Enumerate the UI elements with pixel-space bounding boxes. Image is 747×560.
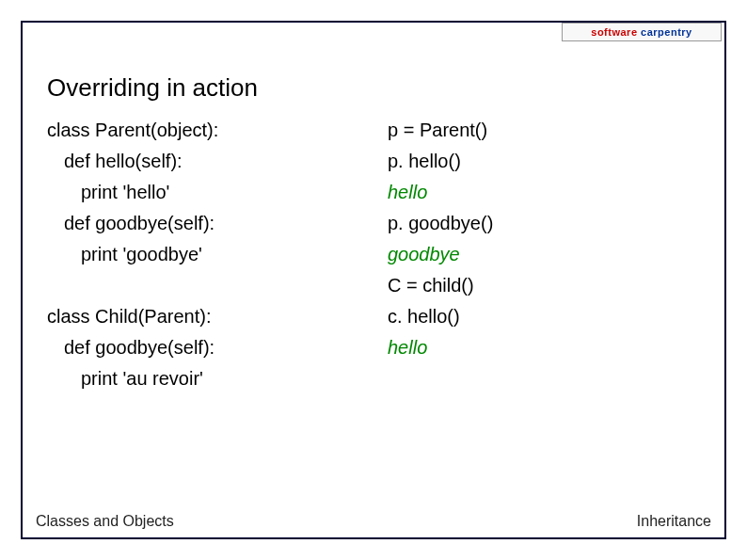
code-line: def goodbye(self): [47, 332, 359, 363]
code-column-left: class Parent(object): def hello(self): p… [47, 115, 359, 394]
code-blank [47, 270, 359, 301]
code-line: print 'goodbye' [47, 239, 359, 270]
code-line: print 'au revoir' [47, 363, 359, 394]
code-line: C = child() [388, 270, 700, 301]
code-line: class Child(Parent): [47, 301, 359, 332]
output-line: hello [388, 177, 700, 208]
footer-left: Classes and Objects [36, 513, 174, 530]
code-line: p = Parent() [388, 115, 700, 146]
slide-content: class Parent(object): def hello(self): p… [47, 115, 700, 394]
code-line: print 'hello' [47, 177, 359, 208]
output-line: goodbye [388, 239, 700, 270]
footer-right: Inheritance [637, 513, 711, 530]
code-column-right: p = Parent() p. hello() hello p. goodbye… [388, 115, 700, 394]
slide-title: Overriding in action [47, 73, 258, 103]
code-line: p. goodbye() [388, 208, 700, 239]
code-line: c. hello() [388, 301, 700, 332]
software-carpentry-logo: software carpentry [562, 23, 722, 41]
code-line: p. hello() [388, 146, 700, 177]
code-line: class Parent(object): [47, 115, 359, 146]
logo-carpentry: carpentry [641, 26, 692, 38]
logo-software: software [591, 26, 637, 38]
output-line: hello [388, 332, 700, 363]
slide-footer: Classes and Objects Inheritance [36, 513, 711, 530]
code-line: def goodbye(self): [47, 208, 359, 239]
code-line: def hello(self): [47, 146, 359, 177]
